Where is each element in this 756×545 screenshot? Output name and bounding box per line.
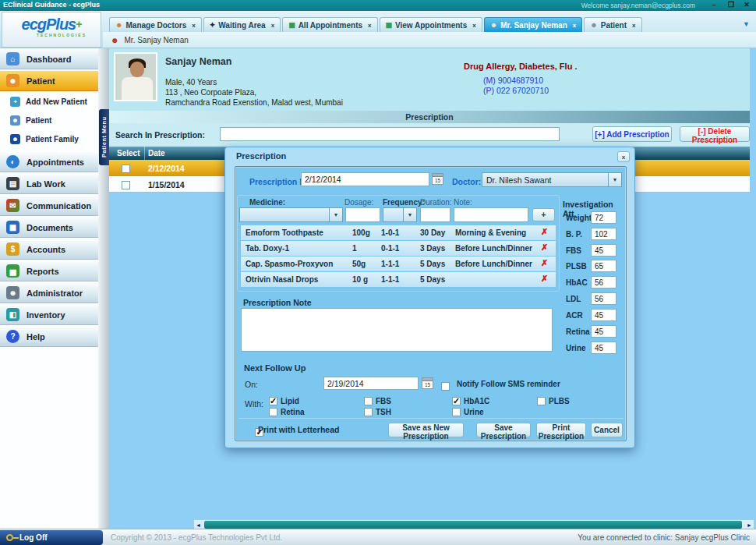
medicine-frequency: 1-1-1 [381, 260, 399, 268]
tab-manage-doctors[interactable]: ☻ Manage Doctors x [109, 17, 202, 32]
sidebar-item-administrator[interactable]: ☻ Administrator [0, 282, 98, 303]
add-prescription-button[interactable]: [+] Add Prescription [592, 126, 672, 142]
save-as-new-prescription-button[interactable]: Save as New Prescription [388, 423, 464, 437]
sidebar-item-help[interactable]: ? Help [0, 326, 98, 347]
duration-col-label: Duration: [420, 198, 452, 207]
print-prescription-button[interactable]: Print Prescription [536, 423, 586, 437]
calendar-picker-icon[interactable]: 15 [422, 377, 433, 389]
tsh-checkbox[interactable] [364, 408, 373, 416]
logo-subtext: TECHNOLOGIES [2, 33, 101, 37]
frequency-select[interactable]: ▼ [383, 207, 417, 222]
sidebar-item-lab-work[interactable]: ▤ Lab Work [0, 173, 98, 194]
dialog-body: Prescription Date: 15 Doctor: Dr. Nilesh… [235, 166, 627, 441]
medicine-name: Emoform Toothpaste [246, 228, 323, 237]
search-band: Search In Prescription: [+] Add Prescrip… [109, 123, 750, 147]
medicine-name: Tab. Doxy-1 [246, 244, 289, 253]
tab-all-appointments[interactable]: ▦ All Appointments x [282, 17, 377, 32]
retina-checkbox[interactable] [269, 408, 277, 416]
scrollbar-thumb[interactable] [204, 521, 742, 529]
tab-close-icon[interactable]: x [472, 22, 475, 29]
delete-prescription-button[interactable]: [-] Delete Prescription [680, 126, 750, 142]
dosage-input[interactable] [345, 207, 380, 222]
medicine-select[interactable]: ▼ [239, 207, 343, 222]
accounts-icon: $ [6, 242, 19, 256]
investigation-input-fbs[interactable] [591, 244, 616, 257]
maximize-icon[interactable]: ❐ [725, 0, 737, 10]
medicine-row[interactable]: Cap. Spasmo-Proxyvon 50g 1-1-1 5 Days Be… [241, 257, 556, 271]
close-icon[interactable]: ✕ [740, 0, 753, 10]
note-input[interactable] [454, 207, 528, 222]
dialog-close-icon[interactable]: x [617, 151, 630, 162]
sidebar-item-patient-sub[interactable]: ☻ Patient [0, 111, 98, 129]
investigation-input-weight[interactable] [591, 211, 616, 224]
sidebar-item-accounts[interactable]: $ Accounts [0, 239, 98, 260]
tab-patient[interactable]: ☻ Patient x [584, 17, 641, 32]
investigation-input-ldl[interactable] [591, 292, 616, 305]
sidebar-item-add-new-patient[interactable]: + Add New Patient [0, 92, 98, 111]
sidebar-item-documents[interactable]: ▦ Documents [0, 217, 98, 238]
sms-reminder-checkbox[interactable] [441, 382, 450, 391]
calendar-picker-icon[interactable]: 15 [432, 173, 443, 185]
chevron-down-icon: ▼ [329, 208, 342, 221]
tab-close-icon[interactable]: x [368, 22, 371, 29]
cancel-button[interactable]: Cancel [591, 423, 623, 437]
sidebar-item-communication[interactable]: ✉ Communication [0, 195, 98, 216]
note-col-label: Note: [454, 198, 472, 207]
medicine-name: Cap. Spasmo-Proxyvon [246, 260, 333, 268]
tab-overflow-icon[interactable]: ▼ [743, 20, 750, 28]
tab-label: All Appointments [299, 21, 362, 30]
sidebar-item-inventory[interactable]: ◧ Inventory [0, 304, 98, 325]
doctor-select[interactable]: Dr. Nilesh Sawant ▼ [482, 172, 622, 187]
delete-medicine-icon[interactable]: ✗ [541, 227, 548, 237]
sidebar-item-patient[interactable]: ☻ Patient [0, 70, 98, 91]
sidebar-item-patient-family[interactable]: ☻ Patient Family [0, 129, 98, 148]
prescription-date-input[interactable] [301, 172, 429, 186]
tab-view-appointments[interactable]: ▦ View Appointments x [380, 17, 482, 32]
home-icon: ⌂ [6, 52, 19, 65]
investigation-input-retina[interactable] [591, 325, 616, 338]
logo-text: ecgPlus [22, 16, 76, 33]
plbs-checkbox[interactable] [537, 397, 546, 405]
tab-waiting-area[interactable]: ✦ Waiting Area x [203, 17, 281, 32]
medicine-col-label: Medicine: [249, 198, 285, 207]
tab-close-icon[interactable]: x [192, 22, 195, 29]
delete-medicine-icon[interactable]: ✗ [541, 258, 548, 268]
patient-menu-vertical-tab[interactable]: Patient Menu [99, 109, 109, 165]
minimize-icon[interactable]: – [708, 0, 720, 10]
investigation-input-bp[interactable] [591, 228, 616, 240]
tab-close-icon[interactable]: x [271, 22, 274, 29]
search-input[interactable] [220, 127, 560, 141]
follow-up-date-input[interactable] [323, 377, 419, 390]
row-checkbox[interactable] [122, 165, 130, 173]
urine-checkbox[interactable] [452, 408, 461, 416]
sidebar-item-reports[interactable]: ▅ Reports [0, 260, 98, 281]
prescription-note-textarea[interactable] [241, 308, 553, 352]
medicine-frequency: 1-1-1 [381, 275, 399, 284]
app-window: EClinical Guidance - ecgPlus Welcome san… [0, 0, 756, 545]
sidebar-label: Help [26, 332, 45, 342]
sidebar-item-appointments[interactable]: ◐ Appointments [0, 151, 98, 172]
app-logo: ecgPlus+ TECHNOLOGIES [2, 12, 101, 48]
duration-input[interactable] [420, 207, 450, 222]
delete-medicine-icon[interactable]: ✗ [541, 274, 548, 284]
row-checkbox[interactable] [122, 181, 130, 189]
add-medicine-button[interactable]: + [532, 208, 555, 221]
medicine-row[interactable]: Otrivin Nasal Drops 10 g 1-1-1 5 Days ✗ [241, 272, 556, 287]
investigation-input-plsb[interactable] [591, 260, 616, 272]
save-prescription-button[interactable]: Save Prescription [476, 423, 531, 437]
tab-patient-sanjay-neman[interactable]: ☻ Mr. Sanjay Neman x [484, 17, 583, 32]
add-patient-icon: + [10, 97, 20, 107]
tab-close-icon[interactable]: x [632, 22, 635, 29]
sidebar-item-dashboard[interactable]: ⌂ Dashboard [0, 48, 98, 69]
investigation-input-hbac[interactable] [591, 276, 616, 288]
sidebar-label: Reports [26, 267, 59, 276]
medicine-row[interactable]: Emoform Toothpaste 100g 1-0-1 30 Day Mor… [241, 225, 556, 240]
medicine-row[interactable]: Tab. Doxy-1 1 0-1-1 3 Days Before Lunch/… [241, 241, 556, 256]
breadcrumb: ☻ Mr. Sanjay Neman [103, 32, 756, 48]
delete-medicine-icon[interactable]: ✗ [541, 242, 548, 253]
tab-close-icon[interactable]: x [573, 22, 576, 29]
investigation-input-urine[interactable] [591, 342, 616, 354]
log-off-button[interactable]: Log Off [0, 530, 103, 545]
investigation-input-acr[interactable] [591, 309, 616, 321]
investigation-label: B. P. [566, 230, 582, 239]
